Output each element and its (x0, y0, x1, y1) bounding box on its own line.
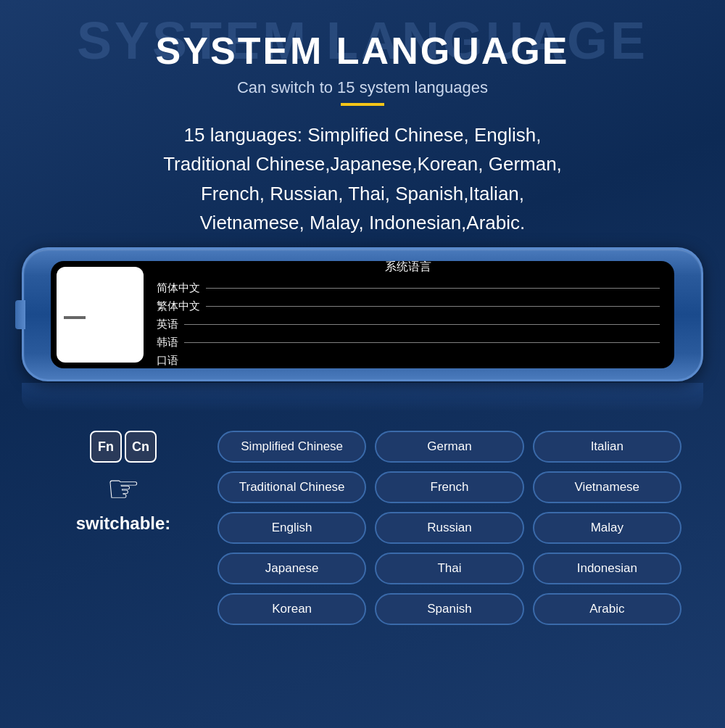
device-section: 系统语言 简体中文 繁体中文 英语 韩语 (22, 247, 703, 412)
lang-btn-russian[interactable]: Russian (375, 512, 523, 544)
device-outer: 系统语言 简体中文 繁体中文 英语 韩语 (22, 247, 703, 381)
languages-line3: French, Russian, Thai, Spanish,Italian, (201, 183, 524, 204)
lang-btn-arabic[interactable]: Arabic (533, 593, 682, 625)
lang-btn-german[interactable]: German (375, 431, 523, 463)
menu-item-simplified-line (206, 288, 660, 289)
menu-item-simplified-text: 简体中文 (157, 281, 200, 295)
switchable-area: Fn Cn ☞ switchable: (44, 431, 203, 534)
menu-item-korean-line (184, 342, 660, 343)
language-buttons-grid: Simplified ChineseGermanItalianTradition… (203, 431, 682, 625)
screen-left-panel (57, 267, 144, 363)
hand-pointer-icon: ☞ (107, 470, 141, 508)
fn-key: Fn (90, 431, 122, 463)
lang-btn-indonesian[interactable]: Indonesian (533, 553, 682, 584)
lang-btn-simplified-chinese[interactable]: Simplified Chinese (218, 431, 366, 463)
menu-item-oral-text: 口语 (157, 354, 178, 368)
lang-btn-thai[interactable]: Thai (375, 553, 523, 584)
lang-btn-korean[interactable]: Korean (218, 593, 366, 625)
page-wrapper: SYSTEM LANGUAGE SYSTEM LANGUAGE Can swit… (0, 0, 725, 728)
screen-menu-title: 系统语言 (157, 261, 660, 275)
lang-btn-japanese[interactable]: Japanese (218, 553, 366, 584)
menu-item-korean-text: 韩语 (157, 336, 178, 349)
cn-key: Cn (125, 431, 157, 463)
fn-cn-keys: Fn Cn (90, 431, 157, 463)
device-screen: 系统语言 简体中文 繁体中文 英语 韩语 (51, 261, 674, 368)
menu-item-simplified: 简体中文 (157, 279, 660, 297)
main-title: SYSTEM LANGUAGE (22, 29, 703, 73)
lang-btn-spanish[interactable]: Spanish (375, 593, 523, 625)
menu-item-traditional-line (206, 306, 660, 307)
header-section: SYSTEM LANGUAGE SYSTEM LANGUAGE Can swit… (22, 15, 703, 113)
bottom-section: Fn Cn ☞ switchable: Simplified ChineseGe… (22, 431, 703, 625)
menu-item-english: 英语 (157, 315, 660, 334)
languages-line1: 15 languages: Simplified Chinese, Englis… (184, 124, 542, 146)
switchable-label: switchable: (76, 513, 171, 534)
device-side-button (15, 300, 25, 329)
languages-description: 15 languages: Simplified Chinese, Englis… (163, 120, 562, 237)
menu-item-oral: 口语 (157, 352, 660, 368)
menu-item-traditional: 繁体中文 (157, 297, 660, 315)
menu-item-english-line (184, 324, 660, 325)
lang-btn-english[interactable]: English (218, 512, 366, 544)
device-reflection (22, 383, 703, 412)
languages-line4: Vietnamese, Malay, Indonesian,Arabic. (200, 212, 526, 233)
lang-btn-malay[interactable]: Malay (533, 512, 682, 544)
lang-btn-vietnamese[interactable]: Vietnamese (533, 471, 682, 503)
lang-btn-italian[interactable]: Italian (533, 431, 682, 463)
menu-item-english-text: 英语 (157, 318, 178, 331)
menu-item-korean: 韩语 (157, 334, 660, 352)
lang-btn-traditional-chinese[interactable]: Traditional Chinese (218, 471, 366, 503)
languages-line2: Traditional Chinese,Japanese,Korean, Ger… (163, 153, 562, 175)
lang-btn-french[interactable]: French (375, 471, 523, 503)
screen-menu: 系统语言 简体中文 繁体中文 英语 韩语 (149, 261, 674, 368)
menu-item-traditional-text: 繁体中文 (157, 299, 200, 313)
yellow-line-divider (341, 103, 384, 106)
subtitle: Can switch to 15 system languages (22, 78, 703, 97)
